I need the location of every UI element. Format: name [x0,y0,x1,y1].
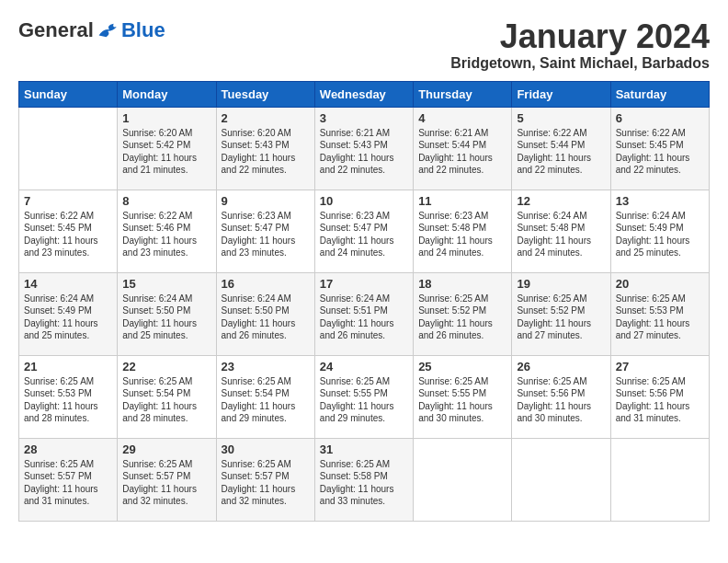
day-cell: 31Sunrise: 6:25 AMSunset: 5:58 PMDayligh… [314,438,413,521]
header-cell-sunday: Sunday [19,81,118,107]
day-number: 13 [616,194,704,208]
day-number: 18 [418,277,506,291]
day-cell: 16Sunrise: 6:24 AMSunset: 5:50 PMDayligh… [216,272,314,355]
day-cell: 30Sunrise: 6:25 AMSunset: 5:57 PMDayligh… [216,438,314,521]
day-cell [610,438,709,521]
day-number: 11 [418,194,506,208]
day-cell: 15Sunrise: 6:24 AMSunset: 5:50 PMDayligh… [118,272,216,355]
header-cell-wednesday: Wednesday [314,81,413,107]
day-cell: 5Sunrise: 6:22 AMSunset: 5:44 PMDaylight… [512,107,610,190]
day-number: 30 [222,442,310,456]
day-info: Sunrise: 6:25 AMSunset: 5:57 PMDaylight:… [222,458,310,508]
day-number: 29 [122,442,210,456]
logo-blue-text: Blue [121,18,165,42]
day-info: Sunrise: 6:23 AMSunset: 5:47 PMDaylight:… [222,210,310,259]
day-cell: 7Sunrise: 6:22 AMSunset: 5:45 PMDaylight… [19,190,118,272]
week-row-2: 7Sunrise: 6:22 AMSunset: 5:45 PMDaylight… [19,190,710,272]
day-cell: 17Sunrise: 6:24 AMSunset: 5:51 PMDayligh… [314,272,413,355]
day-info: Sunrise: 6:25 AMSunset: 5:56 PMDaylight:… [616,375,704,425]
day-number: 14 [24,277,112,291]
day-cell: 9Sunrise: 6:23 AMSunset: 5:47 PMDaylight… [216,190,314,272]
day-number: 26 [517,360,605,373]
day-info: Sunrise: 6:20 AMSunset: 5:42 PMDaylight:… [122,127,210,177]
day-info: Sunrise: 6:25 AMSunset: 5:57 PMDaylight:… [122,458,210,508]
day-number: 16 [222,277,310,291]
day-cell: 4Sunrise: 6:21 AMSunset: 5:44 PMDaylight… [414,107,512,190]
day-cell: 23Sunrise: 6:25 AMSunset: 5:54 PMDayligh… [216,355,314,438]
day-cell: 20Sunrise: 6:25 AMSunset: 5:53 PMDayligh… [610,272,709,355]
day-cell: 3Sunrise: 6:21 AMSunset: 5:43 PMDaylight… [314,107,413,190]
title-block: January 2024 Bridgetown, Saint Michael, … [450,18,710,72]
location-title: Bridgetown, Saint Michael, Barbados [450,55,710,72]
day-info: Sunrise: 6:23 AMSunset: 5:47 PMDaylight:… [320,210,408,259]
day-info: Sunrise: 6:25 AMSunset: 5:56 PMDaylight:… [517,375,605,425]
day-number: 4 [418,111,506,125]
day-number: 2 [222,111,310,125]
day-cell: 6Sunrise: 6:22 AMSunset: 5:45 PMDaylight… [610,107,709,190]
day-info: Sunrise: 6:22 AMSunset: 5:44 PMDaylight:… [517,127,605,177]
day-info: Sunrise: 6:25 AMSunset: 5:57 PMDaylight:… [24,458,112,508]
day-info: Sunrise: 6:25 AMSunset: 5:52 PMDaylight:… [418,293,506,342]
day-number: 9 [222,194,310,208]
day-info: Sunrise: 6:25 AMSunset: 5:55 PMDaylight:… [320,375,408,425]
day-number: 25 [418,360,506,373]
day-cell: 10Sunrise: 6:23 AMSunset: 5:47 PMDayligh… [314,190,413,272]
day-info: Sunrise: 6:25 AMSunset: 5:53 PMDaylight:… [616,293,704,342]
week-row-3: 14Sunrise: 6:24 AMSunset: 5:49 PMDayligh… [19,272,710,355]
day-info: Sunrise: 6:24 AMSunset: 5:50 PMDaylight:… [122,293,210,342]
day-info: Sunrise: 6:20 AMSunset: 5:43 PMDaylight:… [222,127,310,177]
day-cell: 29Sunrise: 6:25 AMSunset: 5:57 PMDayligh… [118,438,216,521]
day-cell: 22Sunrise: 6:25 AMSunset: 5:54 PMDayligh… [118,355,216,438]
week-row-5: 28Sunrise: 6:25 AMSunset: 5:57 PMDayligh… [19,438,710,521]
week-row-4: 21Sunrise: 6:25 AMSunset: 5:53 PMDayligh… [19,355,710,438]
day-info: Sunrise: 6:21 AMSunset: 5:43 PMDaylight:… [320,127,408,177]
day-cell: 27Sunrise: 6:25 AMSunset: 5:56 PMDayligh… [610,355,709,438]
day-info: Sunrise: 6:23 AMSunset: 5:48 PMDaylight:… [418,210,506,259]
day-cell: 21Sunrise: 6:25 AMSunset: 5:53 PMDayligh… [19,355,118,438]
day-info: Sunrise: 6:25 AMSunset: 5:52 PMDaylight:… [517,293,605,342]
day-cell: 1Sunrise: 6:20 AMSunset: 5:42 PMDaylight… [118,107,216,190]
day-info: Sunrise: 6:22 AMSunset: 5:45 PMDaylight:… [24,210,112,259]
header-cell-thursday: Thursday [414,81,512,107]
day-number: 3 [320,111,408,125]
day-info: Sunrise: 6:24 AMSunset: 5:49 PMDaylight:… [24,293,112,342]
day-cell: 8Sunrise: 6:22 AMSunset: 5:46 PMDaylight… [118,190,216,272]
day-number: 1 [122,111,210,125]
header-cell-friday: Friday [512,81,610,107]
day-number: 21 [24,360,112,373]
day-cell [414,438,512,521]
day-info: Sunrise: 6:24 AMSunset: 5:49 PMDaylight:… [616,210,704,259]
day-number: 24 [320,360,408,373]
day-number: 23 [222,360,310,373]
day-info: Sunrise: 6:25 AMSunset: 5:53 PMDaylight:… [24,375,112,425]
day-info: Sunrise: 6:24 AMSunset: 5:48 PMDaylight:… [517,210,605,259]
logo-general-text: General [18,18,94,42]
calendar-table: SundayMondayTuesdayWednesdayThursdayFrid… [18,81,710,522]
day-info: Sunrise: 6:21 AMSunset: 5:44 PMDaylight:… [418,127,506,177]
day-cell: 19Sunrise: 6:25 AMSunset: 5:52 PMDayligh… [512,272,610,355]
day-cell: 12Sunrise: 6:24 AMSunset: 5:48 PMDayligh… [512,190,610,272]
day-cell: 28Sunrise: 6:25 AMSunset: 5:57 PMDayligh… [19,438,118,521]
week-row-1: 1Sunrise: 6:20 AMSunset: 5:42 PMDaylight… [19,107,710,190]
day-cell: 25Sunrise: 6:25 AMSunset: 5:55 PMDayligh… [414,355,512,438]
day-cell: 2Sunrise: 6:20 AMSunset: 5:43 PMDaylight… [216,107,314,190]
day-number: 20 [616,277,704,291]
header-cell-saturday: Saturday [610,81,709,107]
day-info: Sunrise: 6:22 AMSunset: 5:45 PMDaylight:… [616,127,704,177]
day-number: 7 [24,194,112,208]
header-row: SundayMondayTuesdayWednesdayThursdayFrid… [19,81,710,107]
month-title: January 2024 [450,18,710,55]
day-cell: 14Sunrise: 6:24 AMSunset: 5:49 PMDayligh… [19,272,118,355]
day-cell: 24Sunrise: 6:25 AMSunset: 5:55 PMDayligh… [314,355,413,438]
header-cell-monday: Monday [118,81,216,107]
day-number: 31 [320,442,408,456]
day-number: 15 [122,277,210,291]
logo: General Blue [18,18,165,42]
day-cell: 11Sunrise: 6:23 AMSunset: 5:48 PMDayligh… [414,190,512,272]
day-number: 12 [517,194,605,208]
day-number: 19 [517,277,605,291]
day-cell: 13Sunrise: 6:24 AMSunset: 5:49 PMDayligh… [610,190,709,272]
day-info: Sunrise: 6:25 AMSunset: 5:55 PMDaylight:… [418,375,506,425]
day-number: 5 [517,111,605,125]
day-cell [19,107,118,190]
